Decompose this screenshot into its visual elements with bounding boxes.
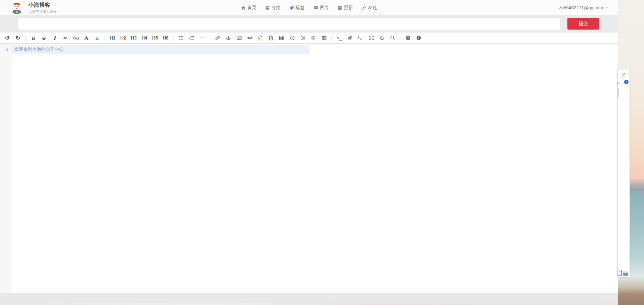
toolbar-copyright-button[interactable]: © (308, 33, 318, 43)
preview-pane (309, 44, 618, 293)
submit-button[interactable]: 提交 (567, 18, 599, 30)
nav-item-friendlink[interactable]: 友链 (362, 5, 377, 11)
brand-text: 小海博客 记录学习成长历程 (28, 2, 57, 14)
toolbar-redo-button[interactable]: ↻ (13, 33, 23, 43)
toolbar-undo-button[interactable]: ↺ (2, 33, 12, 43)
nav-item-update[interactable]: 更新 (338, 5, 353, 11)
site-subtitle: 记录学习成长历程 (28, 9, 57, 14)
user-menu[interactable]: zh56462271@qq.com (559, 0, 609, 15)
nav-item-label: 分类 (272, 5, 281, 11)
toolbar-html-entities-button[interactable] (319, 33, 329, 43)
markdown-editor: ↺↻BSI“AaAaH1H2H3H4H5H6123—</>©>_?i 1 欢迎来… (0, 32, 618, 293)
site-header: 小海博客 记录学习成长历程 首页分类标签留言更新友链 zh56462271@qq… (0, 0, 618, 15)
toolbar-goto-line-button[interactable]: >_ (334, 33, 344, 43)
code-pane[interactable]: 1 欢迎来到小海的创作中心 (0, 44, 309, 293)
svg-text:3: 3 (189, 38, 190, 40)
svg-text:?: ? (407, 36, 409, 40)
close-icon[interactable] (621, 72, 626, 77)
article-title-input[interactable] (18, 18, 560, 30)
toolbar-quote-button[interactable]: “ (60, 35, 70, 45)
line-number: 1 (0, 45, 12, 54)
toolbar-uppercase-button[interactable]: A (81, 33, 91, 43)
toolbar-table-button[interactable] (276, 33, 286, 43)
code-area[interactable]: 欢迎来到小海的创作中心 (12, 44, 309, 293)
toolbar-code-block-button[interactable] (266, 33, 276, 43)
toolbar-list-ul-button[interactable] (176, 33, 186, 43)
page-content: 小海博客 记录学习成长历程 首页分类标签留言更新友链 zh56462271@qq… (0, 0, 618, 303)
site-title: 小海博客 (28, 2, 57, 8)
toolbar-h5-button[interactable]: H5 (150, 33, 160, 43)
toolbar-code-button[interactable]: </> (245, 33, 255, 43)
nav-item-tag[interactable]: 标签 (289, 5, 305, 11)
editor-line[interactable]: 欢迎来到小海的创作中心 (12, 45, 309, 54)
toolbar-list-ol-button[interactable]: 123 (187, 33, 197, 43)
toolbar-separator (331, 35, 332, 41)
site-avatar (10, 1, 23, 14)
home-icon (241, 5, 246, 10)
compose-row: 提交 (0, 18, 618, 30)
toolbar-image-button[interactable] (234, 33, 244, 43)
svg-text:i: i (418, 36, 419, 40)
category-icon (265, 5, 270, 10)
nav-item-category[interactable]: 分类 (265, 5, 281, 11)
toolbar-bold-button[interactable]: B (28, 33, 38, 43)
toolbar-watch-button[interactable] (345, 33, 355, 43)
site-logo-link[interactable]: 小海博客 记录学习成长历程 (10, 1, 57, 14)
toolbar-separator (400, 35, 400, 41)
toolbar-preformatted-text-button[interactable] (255, 33, 265, 43)
panel-view-switch (618, 270, 628, 276)
toolbar-ucwords-button[interactable]: Aa (71, 33, 81, 43)
toolbar-clear-button[interactable] (377, 33, 387, 43)
nav-item-label: 首页 (247, 5, 257, 11)
toolbar-separator (105, 35, 105, 41)
tag-icon (289, 5, 294, 10)
nav-item-label: 友链 (368, 5, 377, 11)
update-icon (338, 5, 342, 10)
toolbar-h6-button[interactable]: H6 (161, 33, 171, 43)
editor-toolbar: ↺↻BSI“AaAaH1H2H3H4H5H6123—</>©>_?i (0, 32, 618, 44)
user-email: zh56462271@qq.com (559, 5, 603, 10)
chevron-down-icon (605, 6, 609, 10)
friendlink-icon (362, 5, 367, 10)
help-icon[interactable]: ? (624, 80, 629, 84)
toolbar-h1-button[interactable]: H1 (107, 33, 117, 43)
toolbar-reference-link-button[interactable] (223, 33, 233, 43)
editor-body: 1 欢迎来到小海的创作中心 (0, 44, 618, 293)
toolbar-fullscreen-button[interactable] (366, 33, 376, 43)
toolbar-h3-button[interactable]: H3 (129, 33, 139, 43)
chevron-down-icon[interactable] (617, 81, 621, 85)
toolbar-datetime-button[interactable] (287, 33, 297, 43)
page-footer (0, 293, 618, 303)
floating-side-panel: ? (617, 69, 630, 277)
nav-item-label: 标签 (296, 5, 305, 11)
nav-item-label: 留言 (320, 5, 329, 11)
toolbar-search-button[interactable] (387, 33, 397, 43)
image-view-icon[interactable] (623, 272, 628, 276)
toolbar-info-button[interactable]: i (414, 33, 424, 43)
toolbar-separator (173, 35, 173, 41)
panel-input[interactable] (618, 88, 627, 97)
line-number-gutter: 1 (0, 44, 12, 293)
main-nav: 首页分类标签留言更新友链 (241, 0, 377, 15)
message-icon (313, 5, 318, 10)
toolbar-separator (210, 35, 210, 41)
toolbar-separator (25, 35, 26, 41)
background-bottom-strip (0, 303, 618, 305)
toolbar-h2-button[interactable]: H2 (118, 33, 128, 43)
toolbar-emoji-button[interactable] (298, 33, 308, 43)
nav-item-message[interactable]: 留言 (313, 5, 329, 11)
toolbar-h4-button[interactable]: H4 (139, 33, 149, 43)
toolbar-link-button[interactable] (213, 33, 223, 43)
nav-item-home[interactable]: 首页 (241, 5, 257, 11)
nav-item-label: 更新 (344, 5, 353, 11)
toolbar-lowercase-button[interactable]: a (92, 33, 102, 43)
toolbar-help-button[interactable]: ? (403, 33, 413, 43)
toolbar-preview-button[interactable] (356, 33, 366, 43)
list-view-icon[interactable] (618, 270, 622, 276)
toolbar-hr-button[interactable]: — (197, 33, 207, 43)
toolbar-del-button[interactable]: S (39, 33, 49, 43)
toolbar-italic-button[interactable]: I (50, 33, 60, 43)
